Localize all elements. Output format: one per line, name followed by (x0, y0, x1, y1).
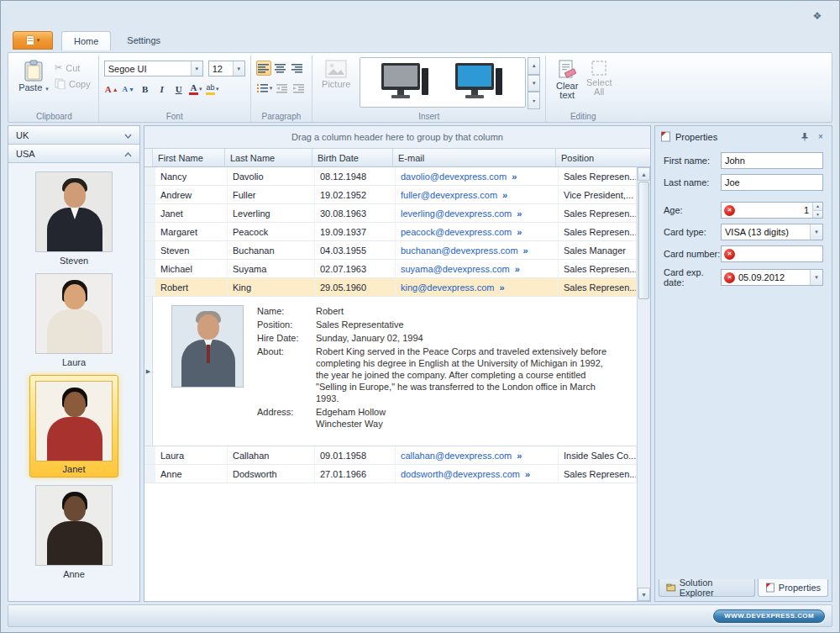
monitor-blue-item[interactable] (454, 61, 506, 103)
email-chevron-icon[interactable]: » (517, 208, 522, 219)
select-all-icon (591, 60, 607, 76)
grid-row-nancy[interactable]: Nancy Davolio 08.12.1948 davolio@devexpr… (144, 167, 637, 186)
email-chevron-icon[interactable]: » (515, 264, 520, 274)
email-chevron-icon[interactable]: » (512, 171, 517, 182)
scroll-down-button[interactable]: ▼ (638, 588, 650, 601)
bold-button[interactable]: B (138, 82, 153, 97)
navgroup-usa-header[interactable]: USA (8, 145, 139, 163)
font-name-value: Segoe UI (105, 64, 191, 74)
email-link[interactable]: dodsworth@devexpress.com (401, 469, 520, 479)
detail-expand-arrow-icon[interactable]: ▶ (144, 297, 153, 446)
person-item-laura[interactable]: Laura (35, 273, 113, 367)
grow-font-button[interactable]: A▲ (104, 82, 119, 97)
gallery-down-button[interactable]: ▼ (528, 75, 540, 92)
email-link[interactable]: fuller@devexpress.com (401, 190, 497, 200)
underline-button[interactable]: U (171, 82, 186, 97)
person-item-steven[interactable]: Steven (35, 171, 113, 266)
shrink-font-button[interactable]: A▼ (121, 82, 136, 97)
arrow-up-icon: ▲ (113, 87, 118, 92)
grid-row-robert-selected[interactable]: Robert King 29.05.1960 king@devexpress.c… (144, 278, 637, 297)
grid-row-michael[interactable]: Michael Suyama 02.07.1963 suyama@devexpr… (144, 260, 637, 278)
column-header-email[interactable]: E-mail (393, 149, 556, 166)
grid-row-steven[interactable]: Steven Buchanan 04.03.1955 buchanan@deve… (144, 241, 637, 260)
tab-home[interactable]: Home (61, 31, 111, 50)
clear-text-button[interactable]: Clear text (551, 57, 583, 109)
pin-icon[interactable] (799, 131, 811, 143)
scrollbar-thumb[interactable] (638, 182, 649, 299)
email-link[interactable]: suyama@devexpress.com (401, 264, 510, 274)
last-name-field[interactable] (721, 174, 823, 191)
card-number-field[interactable]: × (721, 245, 823, 262)
person-item-anne[interactable]: Anne (35, 485, 113, 579)
chevron-down-icon[interactable]: ▾ (810, 270, 822, 285)
highlight-color-button[interactable]: ab ▾ (205, 82, 220, 97)
detail-position-label: Position: (257, 319, 311, 330)
decrease-indent-button[interactable] (275, 81, 290, 96)
column-header-birth-date[interactable]: Birth Date (312, 149, 393, 166)
font-color-button[interactable]: A ▾ (188, 82, 203, 97)
tab-solution-explorer[interactable]: Solution Explorer (659, 579, 755, 597)
gallery-up-button[interactable]: ▲ (528, 57, 540, 75)
italic-button[interactable]: I (155, 82, 170, 97)
paste-button[interactable]: Paste ▾ (15, 57, 52, 109)
align-center-button[interactable] (273, 61, 288, 76)
email-link[interactable]: king@devexpress.com (401, 282, 494, 293)
card-type-value: VISA (13 digits) (722, 227, 810, 237)
grid-vertical-scrollbar: ▲ ▼ (637, 167, 650, 601)
chevron-down-icon[interactable]: ▾ (810, 224, 822, 240)
align-left-button[interactable] (256, 61, 271, 76)
grid-row-margaret[interactable]: Margaret Peacock 19.09.1937 peacock@deve… (144, 223, 637, 241)
email-link[interactable]: buchanan@devexpress.com (401, 245, 518, 256)
email-link[interactable]: davolio@devexpress.com (401, 171, 507, 182)
gallery-dropdown-button[interactable]: ▾ (528, 92, 540, 109)
cut-button[interactable]: ✂ Cut (52, 61, 93, 74)
font-size-combo[interactable]: 12 ▾ (208, 61, 245, 76)
column-header-position[interactable]: Position (556, 149, 650, 166)
application-menu-button[interactable]: ▾ (13, 31, 53, 50)
scroll-up-button[interactable]: ▲ (638, 167, 650, 181)
email-link[interactable]: leverling@devexpress.com (401, 208, 512, 219)
grid-row-laura[interactable]: Laura Callahan 09.01.1958 callahan@devex… (144, 446, 637, 465)
email-chevron-icon[interactable]: » (502, 190, 507, 200)
first-name-field[interactable] (721, 152, 823, 169)
devexpress-link-button[interactable]: WWW.DEVEXPRESS.COM (713, 609, 825, 623)
email-chevron-icon[interactable]: » (525, 469, 530, 479)
email-link[interactable]: peacock@devexpress.com (401, 227, 512, 237)
monitor-gray-item[interactable] (380, 61, 432, 103)
tab-settings[interactable]: Settings (114, 30, 173, 50)
picture-button[interactable]: Picture (318, 57, 354, 109)
card-exp-date-dropdown[interactable]: × 05.09.2012 ▾ (721, 269, 823, 286)
grid-row-andrew[interactable]: Andrew Fuller 19.02.1952 fuller@devexpre… (144, 186, 637, 204)
person-item-janet-selected[interactable]: Janet (29, 375, 118, 477)
chevron-down-icon[interactable]: ▾ (233, 61, 244, 76)
email-link[interactable]: callahan@devexpress.com (401, 451, 512, 461)
indicator-header-cell (144, 149, 153, 166)
navgroup-uk-header[interactable]: UK (8, 126, 139, 145)
copy-button[interactable]: Copy (52, 77, 93, 90)
group-label-editing: Editing (546, 112, 620, 121)
scrollbar-track[interactable] (638, 300, 650, 588)
select-all-button[interactable]: Select All (583, 57, 615, 109)
bullet-list-button[interactable]: ▾ (256, 81, 274, 96)
font-name-combo[interactable]: Segoe UI ▾ (104, 61, 203, 76)
card-type-dropdown[interactable]: VISA (13 digits) ▾ (721, 224, 823, 240)
chevron-down-icon[interactable]: ▾ (191, 61, 202, 76)
tab-properties[interactable]: Properties (758, 579, 828, 597)
email-chevron-icon[interactable]: » (499, 282, 504, 293)
email-chevron-icon[interactable]: » (523, 245, 528, 256)
align-right-button[interactable] (290, 61, 305, 76)
age-spinner[interactable]: × 1 ▲ ▼ (721, 202, 823, 219)
email-chevron-icon[interactable]: » (517, 227, 522, 237)
increase-indent-button[interactable] (291, 81, 307, 96)
close-icon[interactable]: × (815, 131, 827, 143)
grid-row-janet[interactable]: Janet Leverling 30.08.1963 leverling@dev… (144, 204, 637, 223)
email-chevron-icon[interactable]: » (517, 451, 522, 461)
column-header-first-name[interactable]: First Name (153, 149, 225, 166)
navgroup-usa-label: USA (16, 149, 35, 159)
column-header-last-name[interactable]: Last Name (225, 149, 312, 166)
spin-up-button[interactable]: ▲ (813, 203, 822, 210)
titlebar-ornament-icon[interactable]: ❖ (811, 9, 824, 23)
grid-row-anne[interactable]: Anne Dodsworth 27.01.1966 dodsworth@deve… (144, 465, 637, 483)
spin-down-button[interactable]: ▼ (813, 210, 822, 219)
group-by-drop-area[interactable]: Drag a column header here to group by th… (144, 126, 650, 149)
